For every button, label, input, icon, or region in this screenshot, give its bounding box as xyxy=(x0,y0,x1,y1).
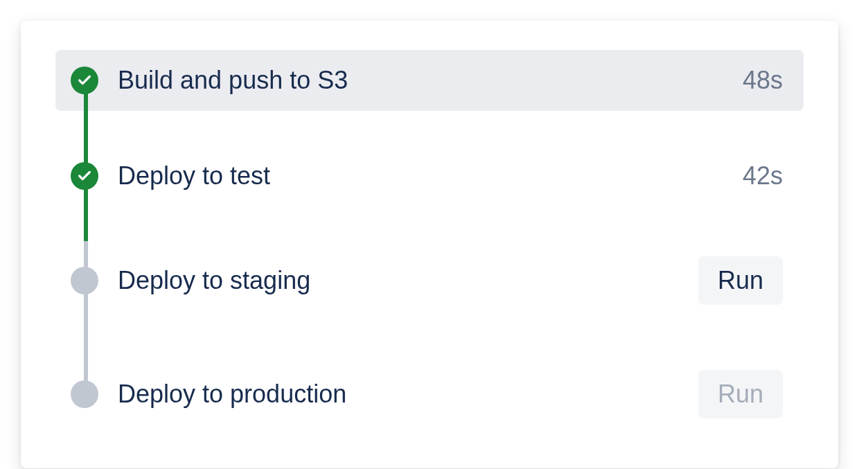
pipeline-step[interactable]: Deploy to production Run xyxy=(55,355,804,434)
step-name: Deploy to staging xyxy=(118,266,698,295)
run-button: Run xyxy=(698,370,783,418)
pipeline-steps-list: Build and push to S3 48s Deploy to test … xyxy=(55,50,804,434)
step-name: Build and push to S3 xyxy=(118,66,743,95)
step-name: Deploy to test xyxy=(118,161,743,191)
check-circle-icon xyxy=(71,162,98,190)
pipeline-step[interactable]: Build and push to S3 48s xyxy=(55,50,804,111)
step-duration: 42s xyxy=(743,161,783,191)
step-duration: 48s xyxy=(743,66,783,95)
pending-circle-icon xyxy=(71,267,98,294)
check-circle-icon xyxy=(71,67,98,94)
run-button[interactable]: Run xyxy=(698,256,783,305)
step-name: Deploy to production xyxy=(118,380,698,409)
pipeline-card: Build and push to S3 48s Deploy to test … xyxy=(21,21,838,468)
pipeline-step[interactable]: Deploy to staging Run xyxy=(55,241,804,320)
pending-circle-icon xyxy=(71,380,98,408)
pipeline-step[interactable]: Deploy to test 42s xyxy=(55,145,804,206)
